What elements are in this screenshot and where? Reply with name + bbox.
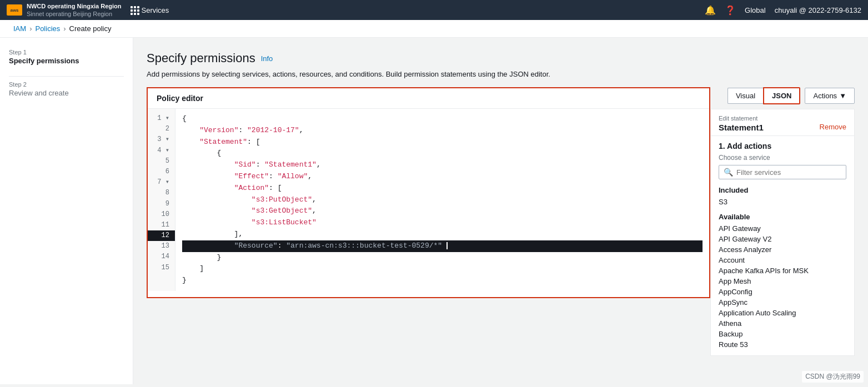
code-editor[interactable]: 1 ▾ 2 3 ▾ 4 ▾ 5 6 7 ▾ 8 9 10 11 12 13 14 xyxy=(148,109,709,291)
policy-editor-box: Policy editor 1 ▾ 2 3 ▾ 4 ▾ 5 6 7 ▾ 8 9 … xyxy=(147,87,710,298)
code-line-11: ], xyxy=(182,229,703,240)
editor-container: Policy editor 1 ▾ 2 3 ▾ 4 ▾ 5 6 7 ▾ 8 9 … xyxy=(147,87,855,356)
breadcrumb-iam[interactable]: IAM xyxy=(13,24,26,33)
breadcrumb-sep1: › xyxy=(29,24,32,33)
available-item[interactable]: Account xyxy=(719,255,846,265)
available-item[interactable]: Athena xyxy=(719,318,846,329)
available-item[interactable]: Backup xyxy=(719,329,846,339)
watermark: CSDN @沩光雨99 xyxy=(802,371,864,383)
statement-body: 1. Add actions Choose a service 🔍 Includ… xyxy=(711,136,854,355)
page-title: Specify permissions xyxy=(147,51,255,66)
ln14: 14 xyxy=(148,252,175,262)
nav-right: 🔔 ❓ Global chuyali @ 2022-2759-6132 xyxy=(705,5,861,16)
breadcrumb-sep2: › xyxy=(63,24,66,33)
available-item[interactable]: Apache Kafka APIs for MSK xyxy=(719,265,846,276)
statement-name: Statement1 xyxy=(719,123,764,132)
policy-editor-header: Policy editor xyxy=(148,88,709,109)
search-box[interactable]: 🔍 xyxy=(719,165,846,179)
available-label: Available xyxy=(719,213,846,221)
ln5: 5 xyxy=(148,156,175,167)
statement-header: Edit statement Statement1 Remove xyxy=(711,109,854,136)
help-icon[interactable]: ❓ xyxy=(725,5,736,16)
logo: aws NWCD operating Ningxia Region Sinnet… xyxy=(7,2,122,18)
code-line-2: "Version": "2012-10-17", xyxy=(182,125,703,137)
statement-panel: Edit statement Statement1 Remove 1. Add … xyxy=(710,109,855,356)
code-line-7: "Action": [ xyxy=(182,183,703,194)
available-item[interactable]: AppSync xyxy=(719,297,846,308)
json-button[interactable]: JSON xyxy=(763,87,800,104)
line-numbers: 1 ▾ 2 3 ▾ 4 ▾ 5 6 7 ▾ 8 9 10 11 12 13 14 xyxy=(148,109,175,291)
info-link[interactable]: Info xyxy=(261,54,273,63)
toolbar-row: Visual JSON Actions ▼ xyxy=(710,87,855,109)
available-item[interactable]: App Mesh xyxy=(719,276,846,287)
ln15: 15 xyxy=(148,263,175,273)
ln2: 2 xyxy=(148,124,175,134)
step2-title: Review and create xyxy=(9,89,124,97)
statement-panel-wrapper: Edit statement Statement1 Remove 1. Add … xyxy=(710,109,855,356)
available-items-list: API GatewayAPI Gateway V2Access Analyzer… xyxy=(719,223,846,350)
actions-button[interactable]: Actions ▼ xyxy=(805,88,855,104)
main-content: Specify permissions Info Add permissions… xyxy=(133,38,868,384)
code-line-5: "Sid": "Statement1", xyxy=(182,159,703,171)
sidebar-step1: Step 1 Specify permissions xyxy=(9,49,124,65)
notifications-icon[interactable]: 🔔 xyxy=(705,5,716,16)
aws-logo: aws xyxy=(7,4,22,16)
choose-service-label: Choose a service xyxy=(719,154,846,162)
code-line-14: ] xyxy=(182,263,703,275)
code-line-3: "Statement": [ xyxy=(182,137,703,148)
available-item[interactable]: Application Auto Scaling xyxy=(719,308,846,318)
sidebar-divider xyxy=(9,76,124,77)
code-line-1: { xyxy=(182,113,703,125)
ln13: 13 xyxy=(148,241,175,252)
ln3: 3 ▾ xyxy=(148,134,175,145)
breadcrumb: IAM › Policies › Create policy xyxy=(0,20,868,38)
code-line-10: "s3:ListBucket" xyxy=(182,217,703,229)
code-content[interactable]: { "Version": "2012-10-17", "Statement": … xyxy=(175,109,709,291)
region-info: NWCD operating Ningxia Region Sinnet ope… xyxy=(27,2,122,18)
code-line-6: "Effect": "Allow", xyxy=(182,171,703,183)
ln7: 7 ▾ xyxy=(148,177,175,188)
right-panel: Visual JSON Actions ▼ Edit statement Sta… xyxy=(710,87,855,356)
included-item-s3[interactable]: S3 xyxy=(719,197,846,207)
ln9: 9 xyxy=(148,199,175,209)
available-item[interactable]: API Gateway xyxy=(719,223,846,234)
step1-label: Step 1 xyxy=(9,49,124,56)
code-line-8: "s3:PutObject", xyxy=(182,194,703,206)
filter-services-input[interactable] xyxy=(736,168,841,177)
breadcrumb-policies[interactable]: Policies xyxy=(35,24,60,33)
main-layout: Step 1 Specify permissions Step 2 Review… xyxy=(0,38,868,384)
available-item[interactable]: API Gateway V2 xyxy=(719,234,846,244)
ln4: 4 ▾ xyxy=(148,145,175,156)
grid-icon xyxy=(131,6,138,14)
step2-label: Step 2 xyxy=(9,81,124,88)
code-line-15: } xyxy=(182,275,703,287)
remove-link[interactable]: Remove xyxy=(820,115,846,131)
code-line-12: "Resource": "arn:aws-cn:s3:::bucket-test… xyxy=(182,240,703,252)
ln11: 11 xyxy=(148,220,175,230)
step1-title: Specify permissions xyxy=(9,57,124,65)
sidebar: Step 1 Specify permissions Step 2 Review… xyxy=(0,38,133,384)
included-label: Included xyxy=(719,186,846,194)
user-menu[interactable]: chuyali @ 2022-2759-6132 xyxy=(775,6,861,14)
ln10: 10 xyxy=(148,209,175,220)
region-selector[interactable]: Global xyxy=(745,6,766,14)
page-title-row: Specify permissions Info xyxy=(147,51,855,66)
visual-button[interactable]: Visual xyxy=(727,88,763,104)
available-item[interactable]: Route 53 xyxy=(719,339,846,350)
code-line-13: } xyxy=(182,252,703,264)
top-navigation: aws NWCD operating Ningxia Region Sinnet… xyxy=(0,0,868,20)
ln6: 6 xyxy=(148,167,175,177)
available-item[interactable]: Access Analyzer xyxy=(719,244,846,255)
services-menu[interactable]: Services xyxy=(131,6,169,14)
breadcrumb-current: Create policy xyxy=(69,24,112,33)
edit-statement-label: Edit statement xyxy=(719,115,764,122)
ln8: 8 xyxy=(148,188,175,198)
included-items: S3 xyxy=(719,197,846,207)
code-line-4: { xyxy=(182,148,703,159)
sidebar-step2: Step 2 Review and create xyxy=(9,81,124,97)
add-actions-title: 1. Add actions xyxy=(719,142,846,150)
ln1: 1 ▾ xyxy=(148,113,175,124)
available-item[interactable]: AppConfig xyxy=(719,287,846,297)
page-description: Add permissions by selecting services, a… xyxy=(147,70,855,78)
ln12: 12 xyxy=(148,230,175,241)
